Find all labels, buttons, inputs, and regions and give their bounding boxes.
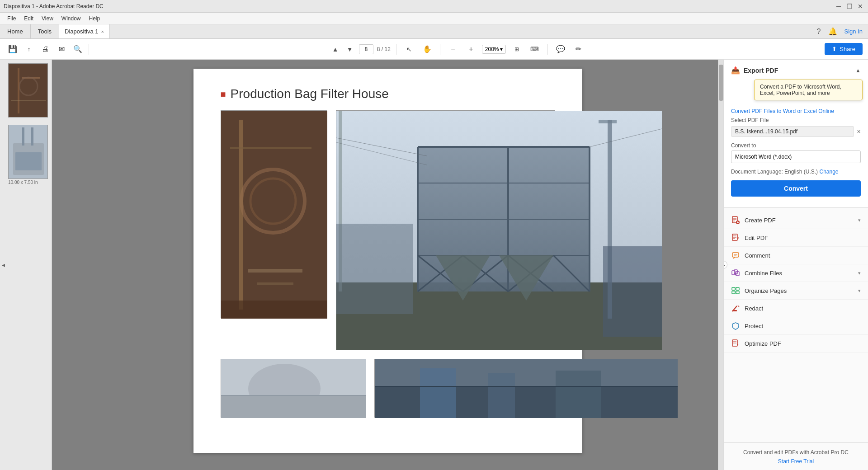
comment-label: Comment xyxy=(745,252,861,259)
page-title: ■ Production Bag Filter House xyxy=(221,87,555,101)
pdf-viewer[interactable]: ■ Production Bag Filter House xyxy=(52,60,723,470)
zoom-out-button[interactable]: − xyxy=(446,42,460,56)
scroll-mode-button[interactable]: ⌨ xyxy=(528,42,542,56)
zoom-chevron-icon: ▾ xyxy=(500,46,503,52)
svg-rect-17 xyxy=(221,301,327,319)
tool-organize-pages[interactable]: Organize Pages ▾ xyxy=(724,282,868,300)
svg-rect-41 xyxy=(603,246,662,337)
menu-edit[interactable]: Edit xyxy=(20,14,37,23)
redact-icon xyxy=(731,304,740,313)
share-button[interactable]: ⬆ Share xyxy=(825,43,863,55)
export-pdf-section: 📤 Export PDF ▲ Convert a PDF to Microsof… xyxy=(724,60,868,208)
prev-page-button[interactable]: ▲ xyxy=(330,44,341,55)
file-name: B.S. Iskend...19.04.15.pdf xyxy=(735,128,797,135)
tools-list: Create PDF ▾ Edit PDF xyxy=(724,208,868,356)
svg-rect-4 xyxy=(11,100,46,101)
page-images xyxy=(221,110,555,418)
next-page-button[interactable]: ▼ xyxy=(344,44,355,55)
convert-to-select[interactable]: Microsoft Word (*.docx) xyxy=(731,150,861,163)
tool-edit-pdf[interactable]: Edit PDF xyxy=(724,229,868,247)
svg-rect-80 xyxy=(732,310,737,311)
thumbnail-collapse-arrow[interactable]: ◂ xyxy=(2,261,5,268)
edit-pdf-label: Edit PDF xyxy=(745,235,861,241)
promo-text: Convert and edit PDFs with Acrobat Pro D… xyxy=(731,448,861,456)
tool-combine-files[interactable]: Combine Files ▾ xyxy=(724,264,868,282)
image-bottom-right xyxy=(374,359,677,418)
page-number-input[interactable] xyxy=(359,44,373,54)
export-content: Convert PDF Files to Word or Excel Onlin… xyxy=(724,108,868,207)
notifications-icon[interactable]: 🔔 xyxy=(828,27,837,36)
optimize-pdf-label: Optimize PDF xyxy=(745,340,861,347)
zoom-in-button[interactable]: + xyxy=(464,42,478,56)
tab-home[interactable]: Home xyxy=(0,24,31,38)
sign-in-button[interactable]: Sign In xyxy=(844,28,863,35)
organize-pages-label: Organize Pages xyxy=(745,287,854,294)
cursor-tool-button[interactable]: ↖ xyxy=(402,42,416,56)
image-bottom-left xyxy=(221,359,365,418)
svg-rect-78 xyxy=(736,291,739,294)
svg-rect-47 xyxy=(221,395,366,418)
menu-help[interactable]: Help xyxy=(85,14,104,23)
image-crane xyxy=(221,110,327,318)
protect-icon xyxy=(731,321,740,330)
toolbar-separator-3 xyxy=(440,44,440,55)
svg-rect-66 xyxy=(732,253,739,257)
file-remove-button[interactable]: ✕ xyxy=(857,129,861,135)
organize-pages-icon xyxy=(731,286,740,295)
convert-button[interactable]: Convert xyxy=(731,180,861,197)
comment-button[interactable]: 💬 xyxy=(553,42,568,56)
menu-view[interactable]: View xyxy=(38,14,57,23)
help-icon[interactable]: ? xyxy=(817,28,821,36)
change-language-link[interactable]: Change xyxy=(819,169,838,175)
thumbnail-item-1[interactable] xyxy=(8,63,48,118)
create-pdf-icon xyxy=(731,216,740,225)
svg-rect-16 xyxy=(257,282,293,285)
hand-tool-button[interactable]: ✋ xyxy=(420,42,434,56)
comment-tool-icon xyxy=(731,251,740,260)
search-button[interactable]: 🔍 xyxy=(71,42,85,56)
toolbar-separator-2 xyxy=(396,44,396,55)
redact-label: Redact xyxy=(745,305,861,312)
print-button[interactable]: 🖨 xyxy=(38,42,52,56)
titlebar: Diapositiva 1 - Adobe Acrobat Reader DC … xyxy=(0,0,868,13)
scrollbar-thumb[interactable] xyxy=(719,65,723,101)
start-trial-link[interactable]: Start Free Trial xyxy=(731,458,861,465)
tool-optimize-pdf[interactable]: Optimize PDF xyxy=(724,335,868,352)
tool-protect[interactable]: Protect xyxy=(724,317,868,335)
upload-button[interactable]: ↑ xyxy=(22,42,36,56)
fit-page-button[interactable]: ⊞ xyxy=(509,42,524,56)
export-pdf-header[interactable]: 📤 Export PDF ▲ xyxy=(724,60,868,81)
svg-rect-51 xyxy=(420,368,456,418)
email-button[interactable]: ✉ xyxy=(54,42,69,56)
tool-comment[interactable]: Comment xyxy=(724,247,868,264)
svg-rect-7 xyxy=(15,152,42,170)
online-convert-link[interactable]: Convert PDF Files to Word or Excel Onlin… xyxy=(731,108,834,114)
thumbnail-item-2[interactable] xyxy=(8,125,48,179)
tool-redact[interactable]: Redact xyxy=(724,300,868,317)
toolbar-separator-4 xyxy=(547,44,548,55)
minimize-button[interactable]: ─ xyxy=(835,2,843,10)
svg-rect-76 xyxy=(736,287,739,290)
combine-files-chevron-icon: ▾ xyxy=(858,270,861,276)
doc-language-label: Document Language: xyxy=(731,169,783,175)
zoom-selector[interactable]: 200% ▾ xyxy=(482,45,506,54)
select-pdf-label: Select PDF File xyxy=(731,117,861,123)
menu-file[interactable]: File xyxy=(4,14,19,23)
restore-button[interactable]: ❐ xyxy=(845,2,854,10)
menu-window[interactable]: Window xyxy=(58,14,85,23)
tab-tools[interactable]: Tools xyxy=(31,24,59,38)
export-tooltip: Convert a PDF to Microsoft Word, Excel, … xyxy=(754,80,863,100)
svg-rect-9 xyxy=(31,127,33,146)
svg-rect-10 xyxy=(221,111,327,319)
pdf-scrollbar-v[interactable] xyxy=(718,60,723,470)
pen-button[interactable]: ✏ xyxy=(571,42,586,56)
tool-create-pdf[interactable]: Create PDF ▾ xyxy=(724,212,868,229)
page-title-text: Production Bag Filter House xyxy=(231,87,389,101)
tab-close-button[interactable]: × xyxy=(101,29,104,34)
close-button[interactable]: ✕ xyxy=(856,2,864,10)
title-bullet: ■ xyxy=(221,89,226,99)
save-button[interactable]: 💾 xyxy=(5,42,20,56)
tab-document[interactable]: Diapositiva 1 × xyxy=(59,24,110,38)
svg-rect-75 xyxy=(732,287,735,290)
bottom-promo: Convert and edit PDFs with Acrobat Pro D… xyxy=(724,442,868,470)
